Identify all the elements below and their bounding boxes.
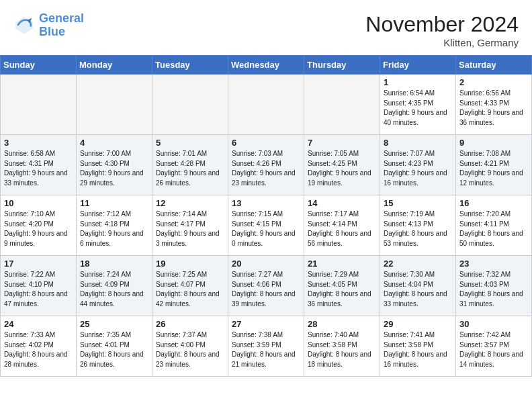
day-number: 18 <box>80 259 148 269</box>
day-number: 26 <box>156 319 224 329</box>
day-number: 23 <box>459 259 528 269</box>
day-number: 3 <box>4 138 73 148</box>
day-number: 28 <box>308 319 376 329</box>
day-number: 30 <box>459 319 528 329</box>
calendar-cell: 7Sunrise: 7:05 AM Sunset: 4:25 PM Daylig… <box>304 135 380 195</box>
day-info: Sunrise: 7:17 AM Sunset: 4:14 PM Dayligh… <box>308 210 376 248</box>
day-info: Sunrise: 7:24 AM Sunset: 4:09 PM Dayligh… <box>80 270 148 309</box>
calendar-cell: 21Sunrise: 7:29 AM Sunset: 4:05 PM Dayli… <box>304 256 380 316</box>
calendar-cell: 13Sunrise: 7:15 AM Sunset: 4:15 PM Dayli… <box>228 195 304 256</box>
calendar-cell: 27Sunrise: 7:38 AM Sunset: 3:59 PM Dayli… <box>228 316 304 377</box>
calendar-cell: 17Sunrise: 7:22 AM Sunset: 4:10 PM Dayli… <box>1 256 77 316</box>
day-number: 1 <box>384 77 452 87</box>
day-info: Sunrise: 7:01 AM Sunset: 4:28 PM Dayligh… <box>156 149 224 188</box>
day-info: Sunrise: 7:08 AM Sunset: 4:21 PM Dayligh… <box>459 149 528 188</box>
day-number: 24 <box>4 319 73 329</box>
day-number: 21 <box>308 259 376 269</box>
day-number: 27 <box>232 319 300 329</box>
day-number: 29 <box>384 319 452 329</box>
calendar-cell: 18Sunrise: 7:24 AM Sunset: 4:09 PM Dayli… <box>77 256 152 316</box>
week-row-1: 1Sunrise: 6:54 AM Sunset: 4:35 PM Daylig… <box>1 75 532 135</box>
calendar-cell: 25Sunrise: 7:35 AM Sunset: 4:01 PM Dayli… <box>77 316 152 377</box>
week-row-5: 24Sunrise: 7:33 AM Sunset: 4:02 PM Dayli… <box>1 316 532 377</box>
day-info: Sunrise: 7:27 AM Sunset: 4:06 PM Dayligh… <box>232 270 300 309</box>
day-info: Sunrise: 7:15 AM Sunset: 4:15 PM Dayligh… <box>232 210 300 248</box>
day-info: Sunrise: 7:19 AM Sunset: 4:13 PM Dayligh… <box>384 210 452 248</box>
calendar-cell <box>228 75 304 135</box>
day-number: 13 <box>232 198 300 208</box>
calendar-cell: 30Sunrise: 7:42 AM Sunset: 3:57 PM Dayli… <box>456 316 532 377</box>
logo-text: General Blue <box>39 12 84 39</box>
calendar-cell: 2Sunrise: 6:56 AM Sunset: 4:33 PM Daylig… <box>456 75 532 135</box>
calendar-cell: 26Sunrise: 7:37 AM Sunset: 4:00 PM Dayli… <box>152 316 228 377</box>
weekday-header-friday: Friday <box>380 56 456 75</box>
day-number: 12 <box>156 198 224 208</box>
weekday-header-sunday: Sunday <box>1 56 77 75</box>
weekday-header-row: SundayMondayTuesdayWednesdayThursdayFrid… <box>1 56 532 75</box>
week-row-3: 10Sunrise: 7:10 AM Sunset: 4:20 PM Dayli… <box>1 195 532 256</box>
calendar-cell: 6Sunrise: 7:03 AM Sunset: 4:26 PM Daylig… <box>228 135 304 195</box>
calendar-cell: 23Sunrise: 7:32 AM Sunset: 4:03 PM Dayli… <box>456 256 532 316</box>
day-number: 11 <box>80 198 148 208</box>
day-number: 16 <box>459 198 528 208</box>
day-number: 6 <box>232 138 300 148</box>
day-number: 2 <box>459 77 528 87</box>
weekday-header-saturday: Saturday <box>456 56 532 75</box>
day-info: Sunrise: 7:35 AM Sunset: 4:01 PM Dayligh… <box>80 330 148 369</box>
weekday-header-monday: Monday <box>77 56 152 75</box>
calendar-cell: 15Sunrise: 7:19 AM Sunset: 4:13 PM Dayli… <box>380 195 456 256</box>
calendar-cell <box>304 75 380 135</box>
calendar-table: SundayMondayTuesdayWednesdayThursdayFrid… <box>0 55 532 377</box>
day-info: Sunrise: 6:54 AM Sunset: 4:35 PM Dayligh… <box>384 89 452 128</box>
calendar-cell <box>152 75 228 135</box>
logo: General Blue <box>13 12 84 39</box>
logo-line2: Blue <box>39 25 65 38</box>
day-number: 15 <box>384 198 452 208</box>
calendar-cell: 4Sunrise: 7:00 AM Sunset: 4:30 PM Daylig… <box>77 135 152 195</box>
calendar-cell: 3Sunrise: 6:58 AM Sunset: 4:31 PM Daylig… <box>1 135 77 195</box>
week-row-2: 3Sunrise: 6:58 AM Sunset: 4:31 PM Daylig… <box>1 135 532 195</box>
day-info: Sunrise: 7:37 AM Sunset: 4:00 PM Dayligh… <box>156 330 224 369</box>
day-number: 19 <box>156 259 224 269</box>
day-number: 20 <box>232 259 300 269</box>
day-info: Sunrise: 7:10 AM Sunset: 4:20 PM Dayligh… <box>4 210 73 248</box>
day-number: 5 <box>156 138 224 148</box>
day-info: Sunrise: 6:56 AM Sunset: 4:33 PM Dayligh… <box>459 89 528 128</box>
title-block: November 2024 Klitten, Germany <box>365 12 519 48</box>
calendar-cell: 14Sunrise: 7:17 AM Sunset: 4:14 PM Dayli… <box>304 195 380 256</box>
day-number: 25 <box>80 319 148 329</box>
page-header: General Blue November 2024 Klitten, Germ… <box>0 0 532 55</box>
day-number: 22 <box>384 259 452 269</box>
day-number: 17 <box>4 259 73 269</box>
day-info: Sunrise: 7:12 AM Sunset: 4:18 PM Dayligh… <box>80 210 148 248</box>
weekday-header-tuesday: Tuesday <box>152 56 228 75</box>
day-info: Sunrise: 7:42 AM Sunset: 3:57 PM Dayligh… <box>459 330 528 369</box>
day-number: 4 <box>80 138 148 148</box>
weekday-header-thursday: Thursday <box>304 56 380 75</box>
calendar-cell: 28Sunrise: 7:40 AM Sunset: 3:58 PM Dayli… <box>304 316 380 377</box>
calendar-cell: 29Sunrise: 7:41 AM Sunset: 3:58 PM Dayli… <box>380 316 456 377</box>
day-number: 14 <box>308 198 376 208</box>
weekday-header-wednesday: Wednesday <box>228 56 304 75</box>
day-number: 10 <box>4 198 73 208</box>
day-info: Sunrise: 7:20 AM Sunset: 4:11 PM Dayligh… <box>459 210 528 248</box>
day-info: Sunrise: 7:00 AM Sunset: 4:30 PM Dayligh… <box>80 149 148 188</box>
month-title: November 2024 <box>365 12 519 37</box>
day-info: Sunrise: 7:41 AM Sunset: 3:58 PM Dayligh… <box>384 330 452 369</box>
calendar-cell: 24Sunrise: 7:33 AM Sunset: 4:02 PM Dayli… <box>1 316 77 377</box>
week-row-4: 17Sunrise: 7:22 AM Sunset: 4:10 PM Dayli… <box>1 256 532 316</box>
calendar-cell <box>1 75 77 135</box>
day-info: Sunrise: 7:30 AM Sunset: 4:04 PM Dayligh… <box>384 270 452 309</box>
logo-icon <box>13 15 35 36</box>
calendar-cell: 5Sunrise: 7:01 AM Sunset: 4:28 PM Daylig… <box>152 135 228 195</box>
calendar-cell: 11Sunrise: 7:12 AM Sunset: 4:18 PM Dayli… <box>77 195 152 256</box>
day-info: Sunrise: 7:40 AM Sunset: 3:58 PM Dayligh… <box>308 330 376 369</box>
day-info: Sunrise: 7:25 AM Sunset: 4:07 PM Dayligh… <box>156 270 224 309</box>
day-info: Sunrise: 7:07 AM Sunset: 4:23 PM Dayligh… <box>384 149 452 188</box>
calendar-cell: 19Sunrise: 7:25 AM Sunset: 4:07 PM Dayli… <box>152 256 228 316</box>
calendar-cell: 1Sunrise: 6:54 AM Sunset: 4:35 PM Daylig… <box>380 75 456 135</box>
location: Klitten, Germany <box>365 37 519 48</box>
day-number: 7 <box>308 138 376 148</box>
day-info: Sunrise: 7:38 AM Sunset: 3:59 PM Dayligh… <box>232 330 300 369</box>
calendar-cell: 12Sunrise: 7:14 AM Sunset: 4:17 PM Dayli… <box>152 195 228 256</box>
